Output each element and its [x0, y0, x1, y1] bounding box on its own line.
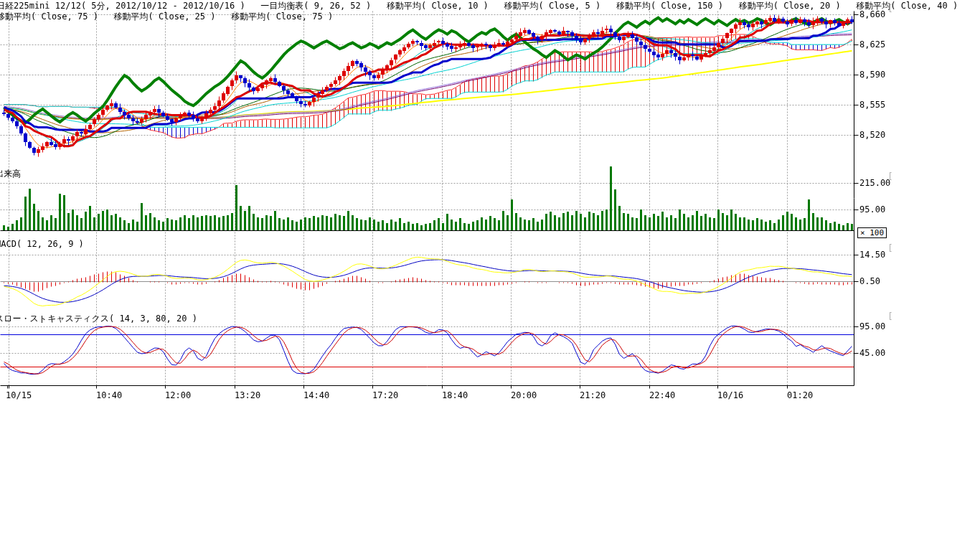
chart-canvas[interactable] — [0, 0, 980, 551]
time-axis-label: 21:20 — [580, 390, 606, 400]
volume-pane-label: 出来高 — [0, 168, 21, 180]
time-axis-label: 18:40 — [442, 390, 468, 400]
time-axis-label: 10:40 — [96, 390, 122, 400]
chart-application-window: 日経225mini 12/12( 5分, 2012/10/12 - 2012/1… — [0, 0, 980, 551]
pane-bracket-icon[interactable]: [ — [887, 242, 893, 253]
time-axis-label: 13:20 — [235, 390, 260, 400]
macd-pane-label: MACD( 12, 26, 9 ) — [0, 239, 84, 249]
time-axis-label: 22:40 — [649, 390, 675, 400]
header-indicator-line-1: 日経225mini 12/12( 5分, 2012/10/12 - 2012/1… — [0, 1, 958, 11]
time-axis-label: 12:00 — [165, 390, 191, 400]
pane-bracket-icon[interactable]: [ — [887, 171, 893, 182]
y-axis-tick: 95.00 — [859, 321, 885, 331]
y-axis-tick: 45.00 — [859, 348, 885, 358]
y-axis-tick: 215.00 — [859, 178, 890, 188]
y-axis-tick: 8,555 — [859, 100, 885, 110]
y-axis-tick: 8,590 — [859, 70, 885, 80]
y-axis-tick: 8,660 — [859, 9, 885, 19]
header-indicator-line-2: 移動平均( Close, 75 ) 移動平均( Close, 25 ) 移動平均… — [0, 11, 333, 22]
y-axis-tick: 0.50 — [859, 276, 880, 286]
volume-unit-multiplier-box: × 100 — [857, 227, 887, 238]
time-axis-label: 20:00 — [511, 390, 537, 400]
time-axis-label: 14:40 — [303, 390, 329, 400]
pane-bracket-icon[interactable]: [ — [887, 311, 893, 321]
y-axis-tick: 95.00 — [859, 204, 885, 215]
time-axis-label: 10/16 — [717, 390, 743, 400]
time-axis-label: 10/15 — [6, 390, 32, 400]
stochastics-pane-label: スロー・ストキャスティクス( 14, 3, 80, 20 ) — [0, 313, 197, 325]
y-axis-tick: 8,625 — [859, 39, 885, 50]
y-axis-tick: 14.50 — [859, 250, 885, 260]
y-axis-tick: 8,520 — [859, 130, 885, 140]
time-axis-label: 01:20 — [787, 390, 813, 400]
time-axis-label: 17:20 — [372, 390, 398, 400]
pane-bracket-icon[interactable]: [ — [887, 3, 893, 14]
